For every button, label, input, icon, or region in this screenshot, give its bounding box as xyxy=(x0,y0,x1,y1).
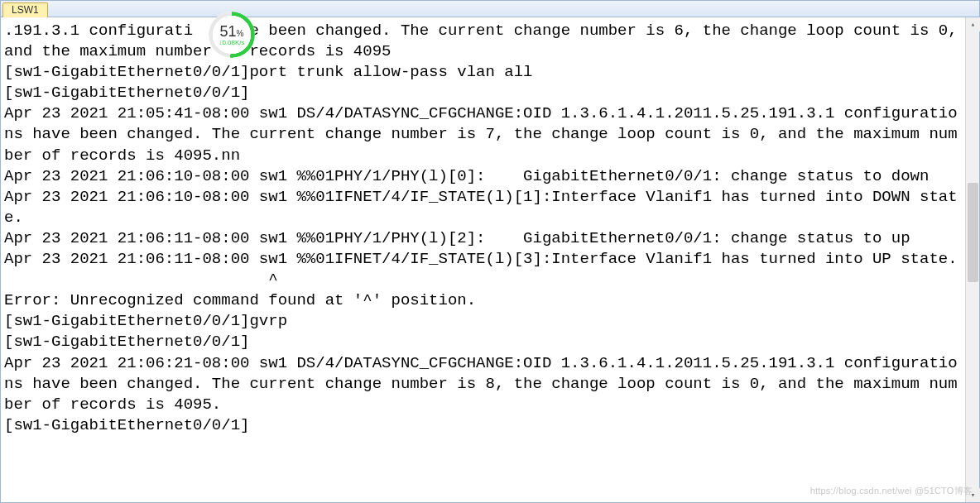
terminal-area: .191.3.1 configurati have been changed. … xyxy=(1,17,979,502)
scroll-up-button[interactable]: ▴ xyxy=(966,17,980,31)
tab-lsw1[interactable]: LSW1 xyxy=(2,2,48,17)
gauge-percent-value: 51 xyxy=(220,23,237,40)
gauge-percent-unit: % xyxy=(237,29,244,38)
gauge-rate: ↓0.08K/s xyxy=(219,40,244,46)
download-gauge: 51% ↓0.08K/s xyxy=(209,12,255,58)
terminal-output[interactable]: .191.3.1 configurati have been changed. … xyxy=(1,17,965,502)
vertical-scrollbar[interactable]: ▴ ▾ xyxy=(965,17,979,502)
terminal-window: LSW1 .191.3.1 configurati have been chan… xyxy=(0,0,980,503)
scroll-down-button[interactable]: ▾ xyxy=(966,488,980,502)
gauge-percent: 51% xyxy=(220,24,244,39)
scroll-thumb[interactable] xyxy=(968,183,978,282)
tab-bar: LSW1 xyxy=(1,1,979,17)
